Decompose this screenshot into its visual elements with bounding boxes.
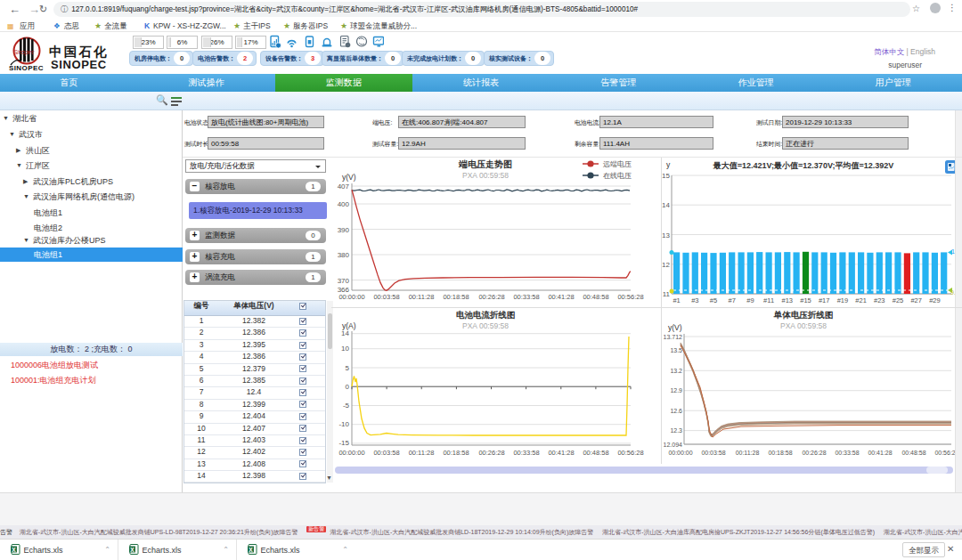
svg-text:00:26:28: 00:26:28	[478, 449, 504, 457]
svg-text:380: 380	[338, 251, 350, 259]
svg-text:#1: #1	[673, 296, 680, 304]
svg-text:#13: #13	[782, 296, 794, 304]
svg-text:在线电压: 在线电压	[603, 172, 632, 180]
svg-text:y(V): y(V)	[342, 173, 356, 182]
svg-text:远端电压: 远端电压	[603, 160, 632, 168]
svg-text:00:41:28: 00:41:28	[548, 449, 574, 457]
svg-text:单体电压折线图: 单体电压折线图	[773, 310, 834, 320]
svg-text:390: 390	[338, 226, 350, 234]
svg-text:y(V): y(V)	[668, 323, 682, 332]
svg-text:00:41:28: 00:41:28	[868, 450, 892, 456]
svg-text:#9: #9	[746, 296, 754, 304]
svg-text:00:18:58: 00:18:58	[443, 449, 469, 457]
svg-text:12.094: 12.094	[664, 442, 683, 448]
svg-text:13.2: 13.2	[670, 368, 682, 374]
svg-text:5: 5	[346, 364, 350, 372]
svg-text:11: 11	[663, 290, 671, 298]
svg-text:15: 15	[662, 172, 670, 180]
svg-text:00:48:58: 00:48:58	[901, 450, 925, 456]
svg-text:407: 407	[338, 183, 350, 191]
svg-text:00:48:58: 00:48:58	[583, 293, 608, 301]
svg-text:00:00:00: 00:00:00	[338, 293, 364, 301]
svg-text:370: 370	[338, 277, 350, 285]
svg-text:00:41:28: 00:41:28	[548, 293, 574, 301]
svg-text:#11: #11	[763, 296, 774, 304]
svg-text:#5: #5	[710, 296, 717, 304]
svg-text:00:00:00: 00:00:00	[668, 450, 692, 456]
svg-text:14: 14	[662, 201, 670, 209]
svg-text:端电压走势图: 端电压走势图	[458, 159, 512, 169]
svg-text:#29: #29	[929, 296, 941, 304]
svg-text:14: 14	[341, 329, 349, 337]
svg-text:-10: -10	[338, 420, 349, 428]
svg-text:中国石化: 中国石化	[49, 45, 109, 59]
svg-text:SINOPEC: SINOPEC	[9, 64, 44, 72]
svg-text:电池电流折线图: 电池电流折线图	[456, 310, 516, 320]
svg-text:PXA 00:59:58: PXA 00:59:58	[462, 321, 509, 330]
svg-text:00:48:58: 00:48:58	[583, 449, 608, 457]
svg-text:00:00:00: 00:00:00	[338, 449, 364, 457]
svg-text:10: 10	[341, 345, 349, 353]
svg-text:00:03:58: 00:03:58	[373, 449, 399, 457]
svg-text:0: 0	[346, 383, 350, 391]
svg-text:#3: #3	[691, 296, 698, 304]
svg-text:00:56:28: 00:56:28	[617, 449, 643, 457]
svg-text:00:33:58: 00:33:58	[835, 450, 859, 456]
svg-text:00:18:58: 00:18:58	[768, 450, 792, 456]
svg-text:12.6: 12.6	[670, 408, 682, 414]
svg-text:#27: #27	[910, 296, 922, 304]
svg-text:00:56:28: 00:56:28	[617, 293, 643, 301]
svg-text:00:11:28: 00:11:28	[409, 449, 435, 457]
svg-text:X: X	[12, 547, 16, 553]
svg-text:y: y	[666, 160, 671, 169]
svg-text:00:26:28: 00:26:28	[802, 450, 826, 456]
svg-text:00:11:28: 00:11:28	[736, 450, 760, 456]
svg-text:#21: #21	[855, 296, 867, 304]
svg-text:-15: -15	[338, 439, 349, 447]
svg-text:12: 12	[662, 261, 670, 269]
svg-text:12.3: 12.3	[670, 427, 682, 434]
svg-text:00:11:28: 00:11:28	[409, 293, 435, 301]
svg-text:00:26:28: 00:26:28	[478, 293, 504, 301]
svg-text:00:03:58: 00:03:58	[373, 293, 399, 301]
svg-text:PXA 00:59:58: PXA 00:59:58	[780, 321, 827, 330]
svg-text:SINOPEC: SINOPEC	[51, 58, 107, 71]
svg-text:00:03:58: 00:03:58	[701, 450, 725, 456]
svg-text:13.5: 13.5	[670, 347, 682, 353]
svg-text:X: X	[130, 547, 135, 553]
svg-text:X: X	[249, 547, 253, 553]
svg-text:00:18:58: 00:18:58	[443, 293, 469, 301]
svg-text:#15: #15	[800, 296, 811, 304]
svg-text:#23: #23	[874, 296, 885, 304]
svg-text:00:33:58: 00:33:58	[513, 449, 539, 457]
svg-text:00:33:58: 00:33:58	[513, 293, 539, 301]
svg-text:最大值=12.421V;最小值=12.370V;平均值=12: 最大值=12.421V;最小值=12.370V;平均值=12.392V	[713, 161, 893, 170]
svg-text:12.9: 12.9	[670, 387, 682, 394]
svg-text:13: 13	[662, 231, 670, 239]
svg-text:Sinopec: Sinopec	[13, 49, 35, 56]
svg-text:#25: #25	[893, 296, 904, 304]
svg-text:#17: #17	[819, 296, 830, 304]
svg-text:#7: #7	[729, 296, 736, 304]
svg-text:13.712: 13.712	[664, 334, 683, 340]
svg-text:400: 400	[338, 200, 350, 208]
svg-text:#19: #19	[837, 296, 849, 304]
svg-text:-5: -5	[343, 402, 350, 410]
svg-text:PXA 00:59:58: PXA 00:59:58	[462, 171, 509, 180]
